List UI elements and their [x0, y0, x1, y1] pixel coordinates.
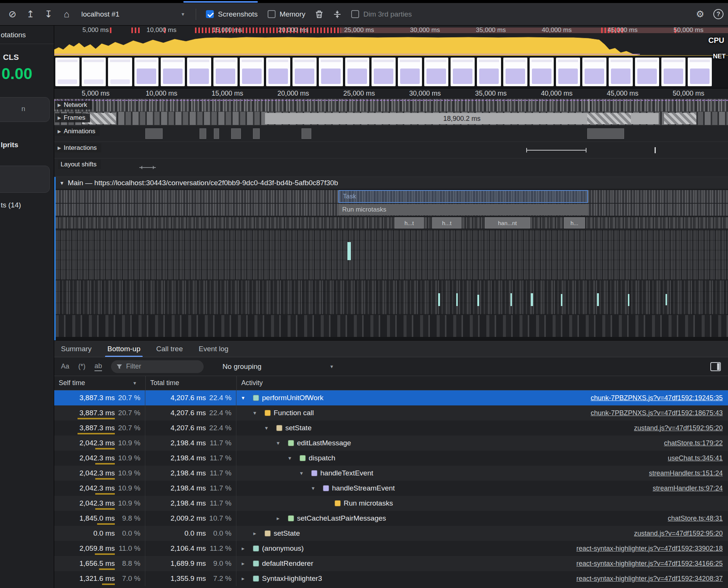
screenshot-thumbnail[interactable] — [319, 58, 343, 86]
table-row[interactable]: 3,887.3 ms20.7 %4,207.6 ms22.4 %▾perform… — [54, 390, 728, 405]
network-track[interactable]: ▶ Network — [54, 99, 728, 112]
layout-shift-marker[interactable] — [139, 167, 156, 168]
tab-summary[interactable]: Summary — [61, 341, 91, 357]
load-profile-button[interactable]: ↥ — [23, 6, 38, 22]
expand-toggle-icon[interactable]: ▾ — [312, 485, 320, 492]
animation-segment[interactable] — [214, 128, 219, 139]
table-row[interactable]: 0.0 ms0.0 %0.0 ms0.0 %▸setStatezustand.j… — [54, 526, 728, 541]
screenshot-thumbnail[interactable] — [161, 58, 185, 86]
live-metrics-home-button[interactable]: ⌂ — [59, 6, 75, 22]
screenshot-thumbnail[interactable] — [240, 58, 264, 86]
screenshot-thumbnail[interactable] — [398, 58, 422, 86]
expand-toggle-icon[interactable]: ▾ — [300, 470, 308, 477]
table-row[interactable]: 1,321.6 ms7.0 %1,355.9 ms7.2 %▸SyntaxHig… — [54, 571, 728, 586]
interactions-track-toggle[interactable]: ▶ Interactions — [55, 143, 101, 152]
frames-track-toggle[interactable]: ▶ Frames — [55, 113, 90, 122]
screenshot-thumbnail[interactable] — [661, 58, 685, 86]
source-location-link[interactable]: zustand.js?v=47df1592:95:20 — [634, 530, 723, 538]
table-row[interactable]: 2,042.3 ms10.9 %2,198.4 ms11.7 %Run micr… — [54, 496, 728, 511]
screenshot-thumbnail[interactable] — [556, 58, 580, 86]
flame-entry[interactable]: h...t — [432, 217, 461, 228]
annotations-label-fragment[interactable]: otations — [1, 31, 26, 39]
main-track-header[interactable]: ▼ Main — https://localhost:30443/convers… — [56, 177, 728, 189]
frames-track[interactable]: 18,900.2 ms ▶ Frames — [54, 112, 728, 125]
table-row[interactable]: 1,656.5 ms8.8 %1,689.9 ms9.0 %▸defaultRe… — [54, 556, 728, 571]
screenshot-thumbnail[interactable] — [82, 58, 106, 86]
animation-segment[interactable] — [587, 128, 624, 139]
expand-toggle-icon[interactable]: ▾ — [253, 410, 262, 416]
table-row[interactable]: 2,042.3 ms10.9 %2,198.4 ms11.7 %▾handleT… — [54, 466, 728, 481]
table-row[interactable]: 2,042.3 ms10.9 %2,198.4 ms11.7 %▾handleS… — [54, 481, 728, 496]
tab-bottom-up[interactable]: Bottom-up — [107, 341, 140, 357]
animation-segment[interactable] — [231, 128, 241, 139]
source-location-link[interactable]: useChat.ts:345:41 — [668, 454, 723, 462]
screenshot-thumbnail[interactable] — [451, 58, 475, 86]
grouping-dropdown[interactable]: No grouping ▼ — [222, 363, 334, 371]
screenshot-thumbnail[interactable] — [187, 58, 211, 86]
animations-track-toggle[interactable]: ▶ Animations — [55, 127, 100, 136]
insight-card[interactable]: n — [0, 97, 50, 122]
source-location-link[interactable]: react-syntax-highlighter.js?v=47df1592:3… — [576, 545, 723, 553]
screenshot-thumbnail[interactable] — [635, 58, 659, 86]
screenshot-thumbnail[interactable] — [292, 58, 317, 86]
source-location-link[interactable]: streamHandler.ts:151:24 — [649, 469, 723, 477]
flame-entry[interactable]: han...nt — [485, 217, 530, 228]
run-microtasks-entry[interactable]: Run microtasks — [338, 204, 588, 215]
source-location-link[interactable]: zustand.js?v=47df1592:95:20 — [634, 424, 723, 432]
screenshot-thumbnail[interactable] — [213, 58, 238, 86]
screenshot-thumbnail[interactable] — [424, 58, 448, 86]
flame-entry[interactable]: h...t — [394, 217, 424, 228]
show-sidebar-toggle[interactable] — [710, 362, 721, 372]
insight-card[interactable] — [0, 166, 50, 193]
screenshots-checkbox[interactable]: Screenshots — [206, 10, 258, 18]
screenshot-thumbnail[interactable] — [503, 58, 527, 86]
expand-toggle-icon[interactable]: ▾ — [242, 395, 250, 401]
table-row[interactable]: 2,042.3 ms10.9 %2,198.4 ms11.7 %▾dispatc… — [54, 451, 728, 466]
expand-toggle-icon[interactable]: ▸ — [242, 545, 250, 552]
table-row[interactable]: 1,845.0 ms9.8 %2,009.2 ms10.7 %▸setCache… — [54, 511, 728, 526]
filter-input[interactable] — [126, 363, 186, 370]
source-location-link[interactable]: react-syntax-highlighter.js?v=47df1592:3… — [576, 560, 723, 568]
tab-call-tree[interactable]: Call tree — [156, 341, 183, 357]
expand-toggle-icon[interactable]: ▾ — [288, 455, 297, 462]
expand-toggle-icon[interactable]: ▸ — [253, 530, 262, 537]
expand-toggle-icon[interactable]: ▾ — [265, 425, 273, 431]
table-row[interactable]: 2,059.8 ms11.0 %2,106.4 ms11.2 %▸(anonym… — [54, 541, 728, 556]
source-location-link[interactable]: chunk-7PBZPNXS.js?v=47df1592:19245:35 — [591, 394, 723, 402]
layout-shifts-track[interactable]: Layout shifts — [54, 158, 728, 177]
flame-entry[interactable]: h... — [564, 217, 585, 228]
screenshot-thumbnail[interactable] — [609, 58, 633, 86]
regex-toggle[interactable]: (*) — [78, 363, 85, 370]
dim-third-parties-checkbox[interactable]: Dim 3rd parties — [351, 10, 412, 18]
table-row[interactable]: 2,042.3 ms10.9 %2,198.4 ms11.7 %▾editLas… — [54, 436, 728, 451]
table-row[interactable]: 3,887.3 ms20.7 %4,207.6 ms22.4 %▾setStat… — [54, 420, 728, 436]
animation-segment[interactable] — [145, 128, 163, 139]
screenshot-thumbnail[interactable] — [372, 58, 396, 86]
screenshot-thumbnail[interactable] — [582, 58, 606, 86]
save-profile-button[interactable]: ↧ — [41, 6, 56, 22]
whole-word-toggle[interactable]: ab — [94, 362, 102, 371]
table-row[interactable]: 3,887.3 ms20.7 %4,207.6 ms22.4 %▾Functio… — [54, 405, 728, 420]
screenshot-thumbnail[interactable] — [108, 58, 132, 86]
selected-task-entry[interactable]: Task — [338, 190, 588, 203]
timeline-overview[interactable]: 5,000 ms10,000 ms15,000 ms20,000 ms25,00… — [54, 26, 728, 99]
settings-gear-button[interactable]: ⚙ — [692, 6, 708, 22]
expand-toggle-icon[interactable]: ▸ — [242, 575, 250, 582]
timeline-overview-ruler[interactable]: 5,000 ms10,000 ms15,000 ms20,000 ms25,00… — [54, 26, 728, 56]
clear-recordings-button[interactable]: ⊘ — [5, 6, 20, 22]
expand-toggle-icon[interactable]: ▾ — [277, 440, 285, 446]
layout-shifts-track-toggle[interactable]: Layout shifts — [58, 160, 101, 169]
animations-track[interactable]: ▶ Animations — [54, 125, 728, 142]
match-case-toggle[interactable]: Aa — [61, 363, 69, 370]
screenshot-thumbnail[interactable] — [345, 58, 369, 86]
network-track-toggle[interactable]: ▶ Network — [55, 101, 92, 110]
interactions-track[interactable]: ▶ Interactions — [54, 142, 728, 158]
animation-segment[interactable] — [253, 128, 260, 139]
recording-select-dropdown[interactable]: localhost #1 ▼ — [77, 7, 190, 22]
screenshot-thumbnail[interactable] — [55, 58, 79, 86]
expand-toggle-icon[interactable]: ▸ — [242, 560, 250, 567]
screenshot-thumbnail[interactable] — [477, 58, 501, 86]
memory-checkbox[interactable]: Memory — [268, 10, 306, 18]
column-header-self-time[interactable]: Self time ▼ — [54, 376, 145, 390]
screenshot-thumbnail[interactable] — [688, 58, 712, 86]
